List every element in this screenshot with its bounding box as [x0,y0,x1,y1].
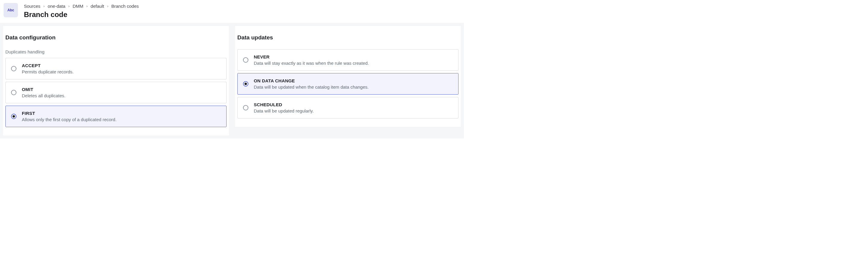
radio-option-first[interactable]: FIRST Allows only the first copy of a du… [5,106,226,127]
option-title: ACCEPT [22,63,73,68]
option-desc: Data will be updated regularly. [254,108,314,113]
data-configuration-panel: Data configuration Duplicates handling A… [3,26,229,136]
radio-option-omit[interactable]: OMIT Deletes all duplicates. [5,82,226,103]
chevron-right-icon: › [86,4,88,8]
option-title: FIRST [22,111,117,116]
option-text: ON DATA CHANGE Data will be updated when… [254,78,369,89]
option-desc: Permits duplicate records. [22,69,73,74]
radio-icon [11,90,17,95]
option-desc: Deletes all duplicates. [22,93,65,98]
option-desc: Allows only the first copy of a duplicat… [22,117,117,122]
option-text: OMIT Deletes all duplicates. [22,87,65,98]
option-text: NEVER Data will stay exactly as it was w… [254,54,369,66]
panel-title-data-updates: Data updates [237,34,459,41]
duplicates-option-group: ACCEPT Permits duplicate records. OMIT D… [5,58,226,127]
radio-icon [243,105,248,110]
radio-icon [11,66,17,71]
breadcrumb-sources[interactable]: Sources [24,4,40,9]
radio-option-never[interactable]: NEVER Data will stay exactly as it was w… [237,49,459,71]
sub-label-duplicates-handling: Duplicates handling [5,49,226,54]
chevron-right-icon: › [68,4,70,8]
breadcrumb-branch-codes[interactable]: Branch codes [112,4,139,9]
breadcrumb: Sources › one-data › DMM › default › Bra… [24,4,139,9]
radio-option-accept[interactable]: ACCEPT Permits duplicate records. [5,58,226,79]
page-title: Branch code [24,10,139,19]
breadcrumb-default[interactable]: default [91,4,104,9]
option-desc: Data will be updated when the catalog it… [254,84,369,89]
chevron-right-icon: › [107,4,108,8]
data-updates-panel: Data updates NEVER Data will stay exactl… [235,26,461,127]
type-icon: Abc [4,3,18,17]
option-title: ON DATA CHANGE [254,78,369,83]
radio-icon [243,81,248,86]
header-text: Sources › one-data › DMM › default › Bra… [24,3,139,19]
breadcrumb-dmm[interactable]: DMM [73,4,83,9]
radio-option-scheduled[interactable]: SCHEDULED Data will be updated regularly… [237,97,459,118]
option-text: FIRST Allows only the first copy of a du… [22,111,117,122]
body-area: Data configuration Duplicates handling A… [0,23,464,139]
panel-title-data-configuration: Data configuration [5,34,226,41]
radio-icon [11,114,17,119]
option-text: ACCEPT Permits duplicate records. [22,63,73,74]
option-title: OMIT [22,87,65,92]
radio-icon [243,57,248,63]
updates-option-group: NEVER Data will stay exactly as it was w… [237,49,459,118]
radio-option-on-data-change[interactable]: ON DATA CHANGE Data will be updated when… [237,73,459,95]
chevron-right-icon: › [43,4,44,8]
option-text: SCHEDULED Data will be updated regularly… [254,102,314,113]
option-title: SCHEDULED [254,102,314,107]
option-desc: Data will stay exactly as it was when th… [254,61,369,66]
breadcrumb-one-data[interactable]: one-data [48,4,65,9]
page-header: Abc Sources › one-data › DMM › default ›… [0,0,464,23]
option-title: NEVER [254,54,369,60]
